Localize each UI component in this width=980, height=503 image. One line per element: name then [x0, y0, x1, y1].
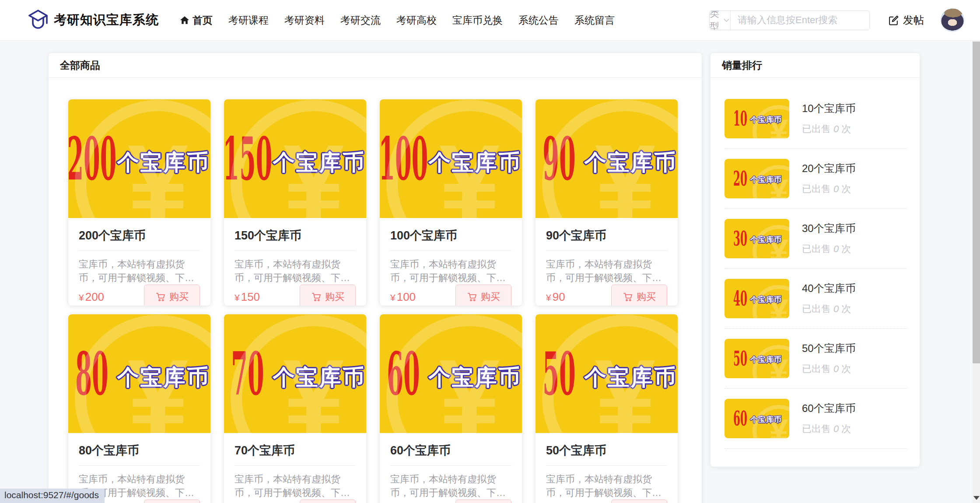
rank-item[interactable]: 30 个宝库币 ¥ 30个宝库币 已出售0次 — [724, 209, 907, 269]
rank-item[interactable]: 50 个宝库币 ¥ 50个宝库币 已出售0次 — [724, 329, 907, 389]
search-input[interactable] — [731, 11, 870, 30]
coin-watermark-icon: ¥ — [542, 315, 678, 433]
buy-button-label: 购买 — [637, 290, 656, 303]
price-value: 90 — [553, 290, 565, 304]
rank-item[interactable]: 20 个宝库币 ¥ 20个宝库币 已出售0次 — [724, 149, 907, 209]
rank-thumbnail: 30 个宝库币 ¥ — [724, 219, 789, 258]
buy-button[interactable]: 购买 — [611, 499, 667, 503]
buy-button[interactable]: 购买 — [144, 285, 200, 306]
sold-count: 0 — [833, 363, 839, 374]
nav-item-messages[interactable]: 系统留言 — [574, 14, 615, 27]
rank-sold: 已出售0次 — [802, 303, 856, 316]
nav-item-universities[interactable]: 考研高校 — [396, 14, 437, 27]
goods-name: 70个宝库币 — [234, 443, 356, 458]
goods-body: 70个宝库币 宝库币，本站特有虚拟货币，可用于解锁视频、下载学习资料等用... — [224, 433, 366, 503]
buy-button[interactable]: 购买 — [144, 499, 200, 503]
goods-card[interactable]: 50 个宝库币 ¥ 50个宝库币 宝库币，本站特有虚拟货币，可用于解锁视频、下载… — [536, 314, 678, 503]
app-root: 考研知识宝库系统 首页 考研课程 考研资料 考研交流 考研高校 宝库币兑换 系统… — [0, 0, 980, 503]
sold-suffix: 次 — [841, 303, 851, 314]
rank-item-name: 10个宝库币 — [802, 102, 856, 116]
vertical-scrollbar[interactable] — [973, 41, 980, 503]
goods-footer: 购买 — [234, 499, 356, 503]
goods-body: 150个宝库币 宝库币，本站特有虚拟货币，可用于解锁视频、下载学习资料等用...… — [224, 218, 366, 306]
user-avatar[interactable] — [941, 8, 964, 32]
buy-button[interactable]: 购买 — [455, 285, 511, 306]
goods-grid: 200 个宝库币 ¥ 200个宝库币 宝库币，本站特有虚拟货币，可用于解锁视频、… — [49, 78, 702, 503]
post-button[interactable]: 发帖 — [888, 13, 924, 27]
goods-footer: ¥ 200 购买 — [79, 285, 200, 306]
goods-card[interactable]: 150 个宝库币 ¥ 150个宝库币 宝库币，本站特有虚拟货币，可用于解锁视频、… — [224, 99, 366, 306]
price-value: 100 — [397, 290, 416, 304]
coin-watermark-icon: ¥ — [75, 315, 210, 433]
rank-thumbnail: 40 个宝库币 ¥ — [724, 279, 789, 318]
rank-sold: 已出售0次 — [802, 243, 856, 256]
goods-card[interactable]: 90 个宝库币 ¥ 90个宝库币 宝库币，本站特有虚拟货币，可用于解锁视频、下载… — [536, 99, 678, 306]
rank-item[interactable]: 60 个宝库币 ¥ 60个宝库币 已出售0次 — [724, 389, 907, 449]
rank-info: 50个宝库币 已出售0次 — [802, 339, 856, 378]
goods-name: 60个宝库币 — [390, 443, 511, 458]
sold-suffix: 次 — [841, 423, 851, 434]
rank-item-name: 40个宝库币 — [802, 281, 856, 295]
nav-item-courses[interactable]: 考研课程 — [228, 14, 269, 27]
sold-suffix: 次 — [841, 123, 851, 134]
sold-prefix: 已出售 — [802, 243, 831, 254]
goods-description: 宝库币，本站特有虚拟货币，可用于解锁视频、下载学习资料等用... — [79, 257, 200, 285]
goods-name: 50个宝库币 — [546, 443, 667, 458]
goods-image: 80 个宝库币 ¥ — [68, 314, 210, 433]
nav-item-announcements[interactable]: 系统公告 — [518, 14, 559, 27]
goods-footer: 购买 — [390, 499, 511, 503]
goods-body: 50个宝库币 宝库币，本站特有虚拟货币，可用于解锁视频、下载学习资料等用... — [536, 433, 678, 503]
goods-card[interactable]: 200 个宝库币 ¥ 200个宝库币 宝库币，本站特有虚拟货币，可用于解锁视频、… — [68, 99, 210, 306]
currency-symbol: ¥ — [234, 292, 240, 303]
type-select[interactable]: 类型 — [710, 11, 731, 30]
buy-button[interactable]: 购买 — [300, 285, 356, 306]
goods-body: 60个宝库币 宝库币，本站特有虚拟货币，可用于解锁视频、下载学习资料等用... — [380, 433, 522, 503]
divider — [234, 465, 356, 466]
goods-panel-header: 全部商品 — [49, 53, 702, 78]
goods-image: 70 个宝库币 ¥ — [224, 314, 366, 433]
buy-button[interactable]: 购买 — [455, 499, 511, 503]
coin-watermark-icon: ¥ — [75, 100, 210, 218]
goods-footer: ¥ 150 购买 — [234, 285, 356, 306]
goods-price: ¥ 100 — [390, 290, 416, 304]
buy-button-label: 购买 — [481, 290, 500, 303]
scrollbar-thumb[interactable] — [973, 42, 980, 363]
rank-thumbnail: 10 个宝库币 ¥ — [724, 99, 789, 138]
buy-button[interactable]: 购买 — [300, 499, 356, 503]
rank-item[interactable]: 40 个宝库币 ¥ 40个宝库币 已出售0次 — [724, 269, 907, 329]
nav-item-exchange-forum[interactable]: 考研交流 — [340, 14, 381, 27]
cart-icon — [623, 292, 633, 302]
coin-image-number: 30 — [733, 229, 747, 249]
goods-description: 宝库币，本站特有虚拟货币，可用于解锁视频、下载学习资料等用... — [546, 472, 667, 499]
goods-price: ¥ 90 — [546, 290, 565, 304]
goods-card[interactable]: 100 个宝库币 ¥ 100个宝库币 宝库币，本站特有虚拟货币，可用于解锁视频、… — [380, 99, 522, 306]
coin-watermark-icon: ¥ — [752, 105, 789, 138]
buy-button[interactable]: 购买 — [611, 285, 667, 306]
nav-item-label: 系统公告 — [518, 14, 559, 27]
sales-rank-title: 销量排行 — [722, 59, 762, 72]
goods-card[interactable]: 70 个宝库币 ¥ 70个宝库币 宝库币，本站特有虚拟货币，可用于解锁视频、下载… — [224, 314, 366, 503]
rank-item[interactable]: 10 个宝库币 ¥ 10个宝库币 已出售0次 — [724, 89, 907, 149]
coin-image-number: 50 — [733, 348, 747, 369]
nav-item-coin-exchange[interactable]: 宝库币兑换 — [452, 14, 503, 27]
home-icon — [180, 15, 189, 25]
goods-card[interactable]: 60 个宝库币 ¥ 60个宝库币 宝库币，本站特有虚拟货币，可用于解锁视频、下载… — [380, 314, 522, 503]
goods-name: 100个宝库币 — [390, 228, 511, 243]
brand[interactable]: 考研知识宝库系统 — [28, 9, 159, 32]
coin-watermark-icon: ¥ — [752, 285, 789, 318]
rank-thumbnail: 50 个宝库币 ¥ — [724, 339, 789, 378]
coin-image-number: 60 — [733, 408, 747, 429]
divider — [546, 465, 667, 466]
scrollbar-down-arrow-icon[interactable] — [973, 496, 980, 500]
goods-card[interactable]: 80 个宝库币 ¥ 80个宝库币 宝库币，本站特有虚拟货币，可用于解锁视频、下载… — [68, 314, 210, 503]
nav-item-materials[interactable]: 考研资料 — [284, 14, 325, 27]
nav-item-home[interactable]: 首页 — [180, 14, 213, 27]
rank-thumbnail: 60 个宝库币 ¥ — [724, 399, 789, 438]
goods-body: 90个宝库币 宝库币，本站特有虚拟货币，可用于解锁视频、下载学习资料等用... … — [536, 218, 678, 306]
search-group: 类型 — [709, 11, 870, 30]
type-select-value: 类型 — [710, 11, 719, 30]
rank-sold: 已出售0次 — [802, 422, 856, 436]
goods-footer: 购买 — [546, 499, 667, 503]
sold-suffix: 次 — [841, 243, 851, 254]
divider — [234, 250, 356, 251]
